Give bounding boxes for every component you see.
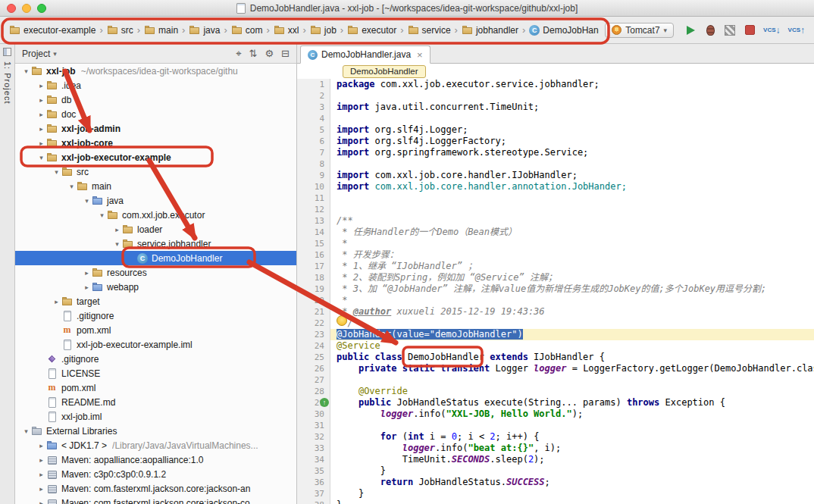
line-number[interactable]: 22 — [297, 318, 330, 329]
tree-item[interactable]: ▸resources — [15, 265, 296, 280]
member-breadcrumb-tag[interactable]: DemoJobHandler — [343, 65, 426, 78]
code-line[interactable]: 11 — [297, 193, 814, 204]
expand-arrow-icon[interactable]: ▾ — [21, 67, 31, 75]
tree-item[interactable]: .gitignore — [15, 352, 296, 366]
line-number[interactable]: 5 — [297, 124, 330, 136]
tree-item[interactable]: ▸target — [15, 294, 296, 308]
tree-item[interactable]: ▸Maven: aopalliance:aopalliance:1.0 — [15, 452, 296, 467]
code-line[interactable]: 12 — [297, 204, 814, 215]
code-line[interactable]: 32 for (int i = 0; i < 2; i++) { — [297, 431, 814, 443]
tree-item[interactable]: ▾com.xxl.job.executor — [15, 208, 296, 222]
line-number[interactable]: 13 — [297, 215, 330, 227]
override-marker-icon[interactable]: ↑ — [320, 398, 329, 407]
tree-item[interactable]: CDemoJobHandler — [15, 251, 296, 265]
tree-item[interactable]: mpom.xml — [15, 323, 296, 337]
tree-item[interactable]: xxl-job.iml — [15, 409, 296, 424]
line-number[interactable]: 38 — [297, 499, 330, 504]
tree-item[interactable]: ▾main — [15, 179, 296, 193]
code-line[interactable]: 33 logger.info("beat at:{}", i); — [297, 443, 814, 454]
line-number[interactable]: 11 — [297, 193, 330, 204]
expand-arrow-icon[interactable]: ▸ — [36, 456, 46, 464]
expand-arrow-icon[interactable]: ▸ — [36, 111, 46, 118]
expand-arrow-icon[interactable]: ▾ — [52, 168, 61, 176]
code-line[interactable]: 10import com.xxl.job.core.handler.annota… — [297, 181, 814, 193]
line-number[interactable]: 31 — [297, 420, 330, 431]
expand-arrow-icon[interactable]: ▸ — [36, 139, 46, 147]
expand-arrow-icon[interactable]: ▾ — [82, 197, 92, 205]
expand-arrow-icon[interactable]: ▸ — [82, 283, 92, 291]
expand-arrow-icon[interactable]: ▾ — [21, 427, 31, 435]
line-number[interactable]: 33 — [297, 443, 330, 454]
vcs-commit-button[interactable]: VCS↑ — [788, 27, 805, 34]
code-line[interactable]: 3import java.util.concurrent.TimeUnit; — [297, 102, 814, 113]
code-line[interactable]: 6import org.slf4j.LoggerFactory; — [297, 136, 814, 147]
code-line[interactable]: 9import com.xxl.job.core.handler.IJobHan… — [297, 170, 814, 181]
code-line[interactable]: 15 * — [297, 238, 814, 249]
coverage-button[interactable] — [723, 23, 737, 37]
tree-item[interactable]: ▸db — [15, 92, 296, 107]
line-number[interactable]: 26 — [297, 363, 330, 374]
expand-arrow-icon[interactable]: ▾ — [112, 240, 122, 248]
line-number[interactable]: 4 — [297, 113, 330, 124]
tree-item[interactable]: ▸.idea — [15, 78, 296, 92]
expand-arrow-icon[interactable]: ▸ — [36, 125, 46, 133]
tree-item[interactable]: ▾java — [15, 193, 296, 208]
code-line[interactable]: 2 — [297, 90, 814, 102]
code-line[interactable]: 8 — [297, 158, 814, 170]
code-line[interactable]: 19 * 3、加 “@JobHander” 注解，注解value值为新增任务生成… — [297, 283, 814, 295]
tree-item[interactable]: xxl-job-executor-example.iml — [15, 337, 296, 352]
tree-item[interactable]: mpom.xml — [15, 380, 296, 395]
tree-item[interactable]: ▾External Libraries — [15, 424, 296, 438]
tree-item[interactable]: ▸Maven: com.fasterxml.jackson.core:jacks… — [15, 481, 296, 496]
code-line[interactable]: 13/** — [297, 215, 814, 227]
line-number[interactable]: 34 — [297, 454, 330, 465]
line-number[interactable]: 36 — [297, 477, 330, 488]
line-number[interactable]: 25 — [297, 352, 330, 363]
run-button[interactable] — [684, 23, 697, 37]
code-line[interactable]: 17 * 1、继承 “IJobHandler” ； — [297, 261, 814, 272]
tree-item[interactable]: ▸doc — [15, 107, 296, 121]
breadcrumb-item[interactable]: job — [308, 23, 338, 37]
code-line[interactable]: 36 return JobHandleStatus.SUCCESS; — [297, 477, 814, 488]
line-number[interactable]: 30 — [297, 409, 330, 420]
line-number[interactable]: 16 — [297, 249, 330, 261]
line-number[interactable]: 32 — [297, 431, 330, 443]
gear-icon[interactable]: ⚙ — [265, 48, 274, 59]
code-line[interactable]: 25public class DemoJobHandler extends IJ… — [297, 352, 814, 363]
tree-item[interactable]: LICENSE — [15, 366, 296, 380]
code-line[interactable]: 24@Service — [297, 340, 814, 352]
locate-icon[interactable]: ⌖ — [236, 48, 241, 60]
line-number[interactable]: 35 — [297, 465, 330, 477]
tree-item[interactable]: ▸xxl-job-admin — [15, 121, 296, 136]
code-line[interactable]: 21 * @author xuxueli 2015-12-19 19:43:36 — [297, 306, 814, 318]
line-number[interactable]: 7 — [297, 147, 330, 158]
tree-item[interactable]: ▸xxl-job-core — [15, 136, 296, 150]
expand-arrow-icon[interactable]: ▸ — [36, 442, 46, 449]
code-line[interactable]: 38} — [297, 499, 814, 504]
breadcrumb-item[interactable]: CDemoJobHandler — [528, 23, 599, 37]
code-line[interactable]: 18 * 2、装配到Spring，例如加 “@Service” 注解； — [297, 272, 814, 283]
expand-arrow-icon[interactable]: ▸ — [36, 499, 46, 504]
line-number[interactable]: 1 — [297, 79, 330, 90]
code-line[interactable]: 22 */ — [297, 318, 814, 329]
line-number[interactable]: 8 — [297, 158, 330, 170]
tree-item[interactable]: .gitignore — [15, 308, 296, 323]
expand-arrow-icon[interactable]: ▸ — [36, 96, 46, 104]
expand-arrow-icon[interactable]: ▾ — [67, 183, 77, 190]
project-tool-window-button[interactable]: 1: Project — [0, 44, 14, 104]
expand-arrow-icon[interactable]: ▾ — [97, 211, 107, 219]
tab-demojobhandler[interactable]: C DemoJobHandler.java × — [300, 45, 430, 64]
expand-arrow-icon[interactable]: ▸ — [52, 298, 61, 305]
breadcrumb-item[interactable]: jobhandler — [460, 23, 520, 37]
stop-button[interactable] — [743, 23, 756, 37]
line-number[interactable]: 17 — [297, 261, 330, 272]
tree-item[interactable]: ▸< JDK1.7 >/Library/Java/JavaVirtualMach… — [15, 438, 296, 452]
line-number[interactable]: 20 — [297, 295, 330, 306]
line-number[interactable]: 27 — [297, 374, 330, 386]
code-line[interactable]: 28 @Override — [297, 386, 814, 397]
expand-arrow-icon[interactable]: ▸ — [36, 485, 46, 493]
debug-button[interactable] — [703, 23, 717, 37]
minimize-window-button[interactable] — [22, 4, 31, 13]
intention-bulb-icon[interactable] — [337, 315, 347, 326]
breadcrumb-item[interactable]: main — [142, 23, 180, 37]
